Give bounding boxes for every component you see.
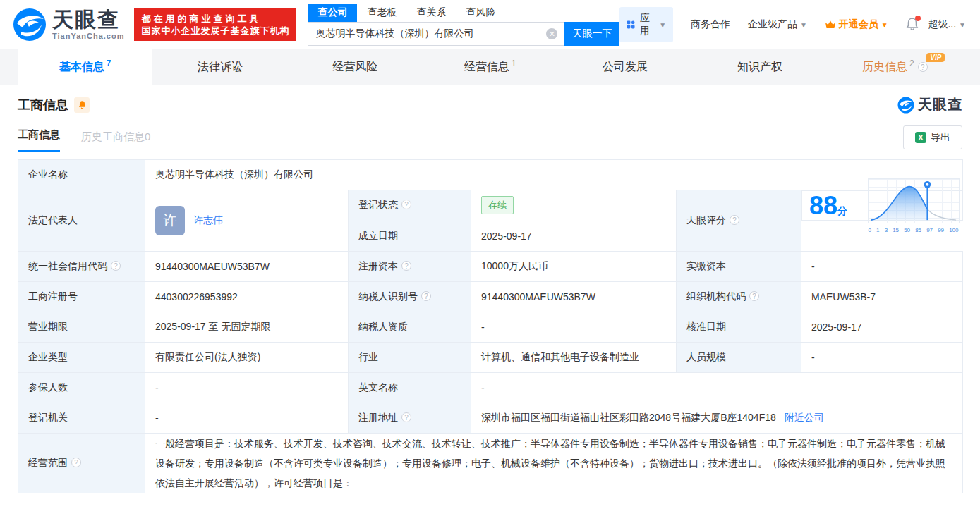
nearby-companies-link[interactable]: 附近公司: [785, 412, 824, 423]
status-badge: 存续: [481, 196, 514, 214]
tianyancha-watermark-icon: [897, 97, 914, 114]
tab-intellectual-property[interactable]: 知识产权: [692, 49, 827, 85]
establish-date-value: 2025-09-17: [471, 221, 677, 251]
bell-icon: [78, 100, 87, 109]
table-row: 法定代表人 许 许志伟 登记状态? 存续 天眼评分? 88分: [18, 190, 963, 221]
credit-code-value: 91440300MAEUW53B7W: [145, 251, 349, 281]
company-nav-tabs: 基本信息 7 法律诉讼 经营风险 经营信息 1 公司发展 知识产权 VIP 历史…: [0, 49, 980, 85]
enterprise-products-menu[interactable]: 企业级产品 ▼: [748, 18, 807, 31]
chevron-down-icon: ▼: [881, 21, 888, 29]
divider: [816, 19, 816, 30]
tab-label: 经营信息: [464, 60, 509, 75]
field-label-text: 天眼评分: [686, 214, 726, 226]
business-cooperation-link[interactable]: 商务合作: [691, 18, 730, 31]
legal-rep-cell: 许 许志伟: [145, 190, 349, 252]
notifications-bell[interactable]: [905, 17, 919, 32]
tianyancha-logo[interactable]: 天眼查 TianYanCha.com: [13, 8, 124, 42]
search-tab-company[interactable]: 查公司: [308, 4, 357, 22]
tab-label: 基本信息: [59, 60, 104, 75]
help-icon[interactable]: ?: [401, 261, 411, 271]
industry-value: 计算机、通信和其他电子设备制造业: [471, 342, 677, 372]
tab-legal-proceedings[interactable]: 法律诉讼: [152, 49, 287, 85]
tab-basic-info[interactable]: 基本信息 7: [18, 49, 152, 85]
field-label: 英文名称: [349, 372, 471, 403]
apps-menu[interactable]: 应用 ▼: [619, 7, 673, 42]
search-input[interactable]: [308, 22, 564, 46]
cooperation-label: 商务合作: [691, 18, 730, 31]
score-number: 88: [809, 191, 837, 220]
divider: [739, 19, 739, 30]
field-label: 注册资本?: [349, 251, 471, 281]
avatar[interactable]: 许: [155, 206, 185, 235]
help-icon[interactable]: ?: [918, 62, 928, 72]
search-tabs: 查公司 查老板 查关系 查风险: [308, 4, 619, 22]
table-row: 统一社会信用代码? 91440300MAEUW53B7W 注册资本? 10000…: [18, 251, 963, 281]
vip-badge: VIP: [926, 53, 945, 62]
org-code-value: MAEUW53B-7: [801, 281, 963, 312]
tab-label: 经营风险: [332, 60, 377, 75]
section-header: 工商信息 天眼查: [18, 95, 962, 114]
search-button[interactable]: 天眼一下: [564, 22, 619, 46]
help-icon[interactable]: ?: [111, 261, 121, 271]
english-name-value: -: [471, 372, 963, 403]
logo-domain: TianYanCha.com: [52, 32, 124, 40]
field-label-text: 组织机构代码: [686, 290, 746, 302]
subtab-business-info[interactable]: 工商信息: [18, 128, 60, 152]
divider: [897, 19, 897, 30]
help-icon[interactable]: ?: [401, 200, 411, 209]
company-type-value: 有限责任公司(法人独资): [145, 342, 349, 372]
table-row: 企业类型 有限责任公司(法人独资) 行业 计算机、通信和其他电子设备制造业 人员…: [18, 342, 963, 372]
super-vip-label: 超级...: [928, 18, 956, 31]
help-icon[interactable]: ?: [749, 291, 759, 301]
help-icon[interactable]: ?: [71, 458, 81, 467]
field-label: 行业: [349, 342, 471, 372]
legal-rep-link[interactable]: 许志伟: [193, 214, 223, 227]
vip-label: 开通会员: [839, 18, 878, 31]
field-label: 登记机关: [18, 403, 145, 433]
search-tab-relation[interactable]: 查关系: [406, 4, 456, 22]
field-label: 参保人数: [18, 372, 145, 403]
tab-operating-risk[interactable]: 经营风险: [288, 49, 423, 85]
help-icon[interactable]: ?: [730, 215, 739, 225]
field-label-text: 登记状态: [358, 199, 398, 210]
tab-count: 7: [107, 59, 111, 68]
table-row: 企业名称 奥芯明半导体科技（深圳）有限公司: [18, 160, 963, 190]
open-vip-menu[interactable]: 开通会员 ▼: [825, 18, 888, 31]
reg-address-value: 深圳市福田区福田街道福山社区彩田路2048号福建大厦B座1404F18 附近公司: [471, 403, 963, 433]
crown-icon: [825, 20, 836, 30]
tab-count: 2: [909, 59, 914, 68]
export-button[interactable]: X 导出: [903, 125, 962, 149]
logo-text: 天眼查: [52, 9, 124, 30]
field-label: 实缴资本: [677, 251, 801, 281]
field-label: 法定代表人: [18, 190, 145, 252]
super-vip-menu[interactable]: 超级... ▼: [928, 18, 966, 31]
score-value: 88分: [809, 193, 847, 219]
field-label: 天眼评分?: [677, 190, 801, 252]
field-label-text: 注册资本: [358, 260, 398, 271]
field-label: 纳税人识别号?: [349, 281, 471, 312]
business-info-table: 企业名称 奥芯明半导体科技（深圳）有限公司 法定代表人 许 许志伟 登记状态? …: [18, 159, 963, 493]
field-label: 经营范围?: [18, 433, 145, 493]
tab-count: 1: [512, 59, 516, 68]
score-curve: [868, 178, 960, 223]
subtab-history-business-info[interactable]: 历史工商信息0: [81, 130, 150, 152]
apps-label: 应用: [640, 12, 655, 37]
field-label: 组织机构代码?: [677, 281, 801, 312]
slogan-line2: 国家中小企业发展子基金旗下机构: [141, 25, 289, 37]
tab-operating-info[interactable]: 经营信息 1: [423, 49, 557, 85]
header-menu: 应用 ▼ 商务合作 企业级产品 ▼ 开通会员 ▼ 超: [619, 7, 966, 42]
tab-company-development[interactable]: 公司发展: [557, 49, 692, 85]
field-label: 企业名称: [18, 160, 145, 190]
table-row: 工商注册号 440300226953992 纳税人识别号? 91440300MA…: [18, 281, 963, 312]
reg-capital-value: 10000万人民币: [471, 251, 677, 281]
search-tab-risk[interactable]: 查风险: [456, 4, 505, 22]
subscribe-bell-button[interactable]: [74, 97, 90, 113]
tab-history-info[interactable]: VIP 历史信息 2 ?: [828, 49, 962, 85]
search-tab-boss[interactable]: 查老板: [357, 4, 406, 22]
chevron-down-icon: ▼: [959, 21, 966, 29]
score-unit: 分: [837, 205, 847, 216]
tab-label: 法律诉讼: [198, 60, 243, 75]
staff-size-value: -: [801, 342, 963, 372]
help-icon[interactable]: ?: [401, 412, 411, 422]
help-icon[interactable]: ?: [421, 291, 431, 301]
